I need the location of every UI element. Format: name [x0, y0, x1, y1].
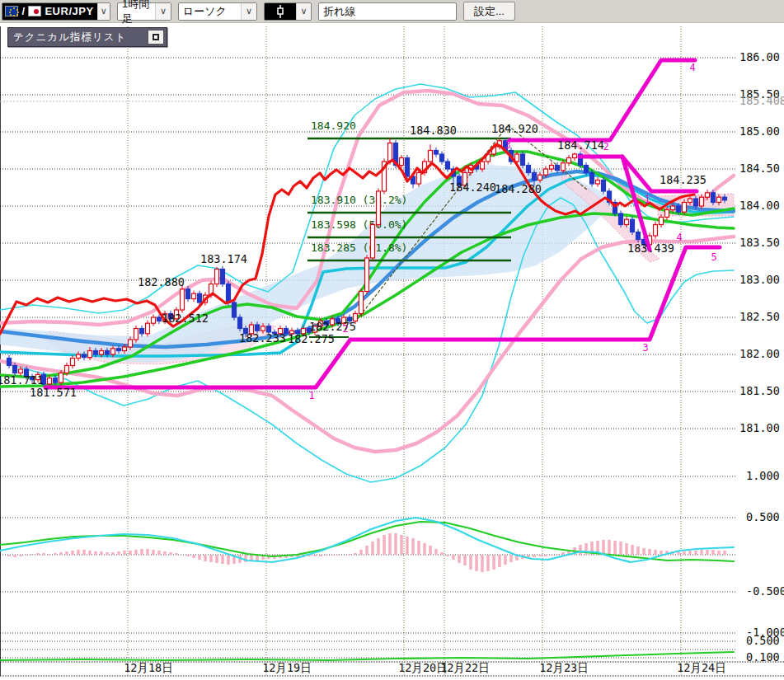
svg-text:183.50: 183.50	[739, 236, 780, 249]
svg-text:181.50: 181.50	[739, 384, 780, 397]
svg-text:0.500: 0.500	[746, 634, 780, 647]
svg-text:0.100: 0.100	[746, 650, 780, 664]
svg-text:183.439: 183.439	[627, 242, 674, 255]
svg-text:4: 4	[689, 62, 695, 73]
svg-text:185.408: 185.408	[739, 94, 784, 107]
svg-text:183.598 (50.0%): 183.598 (50.0%)	[311, 218, 407, 231]
svg-text:12月24日: 12月24日	[677, 661, 726, 674]
svg-text:182.50: 182.50	[739, 310, 780, 323]
svg-text:183.910 (38.2%): 183.910 (38.2%)	[311, 194, 407, 206]
mini-indicator-panel	[0, 652, 734, 660]
svg-text:1: 1	[308, 390, 314, 401]
svg-text:184.830: 184.830	[410, 124, 457, 137]
svg-text:184.920: 184.920	[311, 120, 356, 132]
svg-text:184.714: 184.714	[557, 138, 604, 152]
svg-text:182.275: 182.275	[288, 332, 335, 345]
svg-text:12月19日: 12月19日	[262, 661, 312, 674]
svg-text:182.880: 182.880	[138, 275, 185, 288]
macd-panel	[0, 518, 734, 572]
price-chart[interactable]: 184.920183.910 (38.2%)183.598 (50.0%)183…	[0, 0, 784, 680]
svg-text:181.571: 181.571	[30, 386, 77, 399]
svg-text:12月22日: 12月22日	[440, 661, 490, 674]
date-axis: 12月18日12月19日12月20日12月22日12月23日12月24日	[124, 661, 726, 674]
svg-text:181.711: 181.711	[0, 373, 44, 387]
svg-text:1: 1	[644, 194, 650, 205]
svg-text:183.174: 183.174	[200, 252, 247, 265]
svg-text:4: 4	[676, 232, 682, 243]
svg-text:184.235: 184.235	[660, 173, 707, 186]
svg-text:0.500: 0.500	[746, 510, 780, 523]
svg-text:184.50: 184.50	[739, 162, 780, 175]
svg-text:181.00: 181.00	[739, 421, 780, 434]
svg-text:184.00: 184.00	[739, 199, 780, 212]
svg-text:185.00: 185.00	[739, 124, 780, 138]
svg-text:183.285 (61.8%): 183.285 (61.8%)	[311, 242, 407, 254]
panel-restore-icon	[153, 34, 159, 40]
svg-text:-0.500: -0.500	[746, 584, 784, 598]
svg-text:182.233: 182.233	[239, 331, 286, 345]
svg-text:3: 3	[505, 139, 510, 151]
svg-text:184.240: 184.240	[449, 181, 496, 194]
svg-text:184.920: 184.920	[491, 122, 538, 135]
panel-title: テクニカル指標リスト	[13, 30, 148, 45]
price-axis: 186.00185.50185.00184.50184.00183.50183.…	[739, 50, 784, 664]
svg-text:12月18日: 12月18日	[124, 661, 173, 674]
svg-text:3: 3	[642, 342, 648, 354]
technical-indicator-list-panel[interactable]: テクニカル指標リスト	[7, 27, 167, 47]
svg-text:183.00: 183.00	[739, 273, 780, 286]
svg-text:182.00: 182.00	[739, 347, 780, 360]
svg-text:186.00: 186.00	[739, 50, 780, 63]
svg-text:5: 5	[711, 251, 716, 263]
svg-text:182.275: 182.275	[309, 320, 356, 333]
panel-restore-button[interactable]	[148, 30, 164, 45]
svg-text:1.000: 1.000	[746, 469, 780, 482]
svg-text:184.280: 184.280	[495, 182, 542, 195]
svg-text:182.512: 182.512	[162, 312, 209, 325]
svg-text:12月23日: 12月23日	[539, 661, 589, 674]
chart-window: / EUR/JPY ∨ 1時間足 ∨ ローソク ∨ ∨ 折れ線 設定... 18…	[0, 0, 784, 680]
